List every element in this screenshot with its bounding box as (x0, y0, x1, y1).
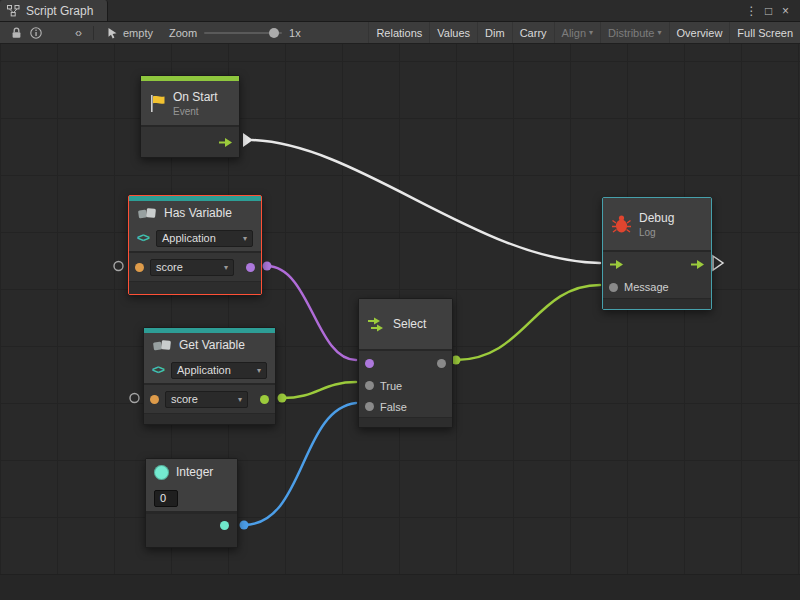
graph-icon (7, 5, 20, 17)
true-input-port[interactable] (365, 381, 374, 390)
value-output-port[interactable] (260, 395, 269, 404)
scope-icon: <> (137, 231, 149, 245)
node-on-start[interactable]: On Start Event (140, 75, 240, 158)
true-port-label: True (380, 380, 402, 392)
false-port-label: False (380, 401, 407, 413)
align-button: Align▾ (554, 22, 600, 43)
chevron-down-icon: ▾ (238, 234, 247, 243)
integer-value-input[interactable]: 0 (154, 490, 178, 507)
values-button[interactable]: Values (429, 22, 477, 43)
chevron-down-icon: ▾ (252, 366, 261, 375)
variable-name-dropdown[interactable]: score▾ (150, 259, 234, 276)
node-subtitle: Event (173, 106, 218, 117)
toolbar-separator (93, 26, 94, 40)
false-input-port[interactable] (365, 402, 374, 411)
hasvariable-target-port[interactable] (114, 262, 123, 271)
chevron-down-icon: ▾ (658, 28, 662, 37)
selection-output-port[interactable] (437, 359, 446, 368)
overview-button[interactable]: Overview (669, 22, 730, 43)
lock-icon[interactable] (6, 22, 26, 43)
variables-icon (137, 206, 157, 221)
selection-indicator: empty (99, 27, 161, 39)
condition-input-port[interactable] (365, 359, 374, 368)
log-flow-output-port[interactable] (713, 256, 723, 270)
getvariable-output-port[interactable] (278, 394, 287, 403)
node-get-variable[interactable]: Get Variable <> Application▾ score▾ (143, 327, 276, 425)
integer-icon (154, 465, 169, 480)
carry-button[interactable]: Carry (512, 22, 554, 43)
flow-arrow-icon[interactable] (218, 137, 233, 148)
message-port-label: Message (624, 281, 669, 293)
node-debug-log[interactable]: Debug Log Message (602, 197, 712, 310)
node-subtitle: Log (639, 227, 674, 238)
result-output-port[interactable] (246, 263, 255, 272)
message-input-port[interactable] (609, 283, 618, 292)
hasvariable-output-port[interactable] (263, 262, 272, 271)
pointer-icon (107, 27, 118, 39)
kebab-menu-icon[interactable]: ⋮ (743, 0, 760, 22)
info-icon[interactable] (26, 22, 46, 43)
flow-output-arrow-icon[interactable] (690, 259, 705, 270)
zoom-control: Zoom 1x (161, 27, 309, 39)
script-graph-window: Script Graph ⋮ □ × ‹› empty Zoom (0, 0, 800, 600)
title-bar: Script Graph ⋮ □ × (0, 0, 800, 22)
graph-canvas[interactable]: On Start Event Has Variable (0, 44, 800, 600)
toolbar-buttons: Relations Values Dim Carry Align▾ Distri… (368, 22, 800, 43)
node-has-variable[interactable]: Has Variable <> Application▾ score▾ (128, 195, 262, 295)
close-icon[interactable]: × (777, 0, 794, 22)
chevron-down-icon: ▾ (589, 28, 593, 37)
tab-title: Script Graph (26, 4, 93, 18)
canvas-bottom-edge (0, 574, 800, 600)
window-controls: ⋮ □ × (743, 0, 800, 21)
wire-hasvariable-to-select[interactable] (267, 266, 356, 360)
relations-button[interactable]: Relations (368, 22, 429, 43)
distribute-button: Distribute▾ (600, 22, 668, 43)
zoom-value: 1x (289, 27, 301, 39)
variable-name-input-port[interactable] (150, 395, 159, 404)
maximize-icon[interactable]: □ (760, 0, 777, 22)
node-title: Select (393, 317, 426, 331)
node-title: On Start (173, 90, 218, 104)
selection-label: empty (123, 27, 153, 39)
node-title: Get Variable (179, 338, 245, 352)
wire-getvariable-to-select-true[interactable] (282, 382, 356, 398)
scope-dropdown[interactable]: Application▾ (171, 362, 267, 379)
full-screen-button[interactable]: Full Screen (729, 22, 800, 43)
scope-dropdown[interactable]: Application▾ (156, 230, 253, 247)
node-integer[interactable]: Integer 0 (145, 458, 238, 548)
zoom-slider[interactable] (204, 32, 282, 34)
node-title: Has Variable (164, 206, 232, 220)
tab-script-graph[interactable]: Script Graph (0, 0, 108, 21)
onstart-flow-output-port[interactable] (243, 133, 253, 147)
flow-input-arrow-icon[interactable] (609, 259, 624, 270)
wire-select-to-log-message[interactable] (456, 285, 600, 360)
graph-toolbar: ‹› empty Zoom 1x Relations Values Dim Ca… (0, 22, 800, 44)
integer-output-port[interactable] (240, 521, 249, 530)
integer-output-port[interactable] (220, 521, 229, 530)
zoom-label: Zoom (169, 27, 197, 39)
node-title: Integer (176, 465, 213, 479)
code-toggle-icon[interactable]: ‹› (68, 22, 88, 43)
getvariable-target-port[interactable] (130, 394, 139, 403)
chevron-down-icon: ▾ (219, 263, 228, 272)
node-select[interactable]: Select True False (358, 298, 453, 428)
bug-icon (611, 214, 632, 234)
dim-button[interactable]: Dim (477, 22, 512, 43)
variable-name-input-port[interactable] (135, 263, 144, 272)
node-title: Debug (639, 211, 674, 225)
select-icon (367, 317, 386, 332)
variable-name-dropdown[interactable]: score▾ (165, 391, 248, 408)
scope-icon: <> (152, 363, 164, 377)
zoom-slider-handle[interactable] (269, 28, 279, 38)
flag-icon (149, 94, 166, 113)
wire-onstart-to-log[interactable] (252, 140, 600, 263)
chevron-down-icon: ▾ (233, 395, 242, 404)
variables-icon (152, 338, 172, 353)
